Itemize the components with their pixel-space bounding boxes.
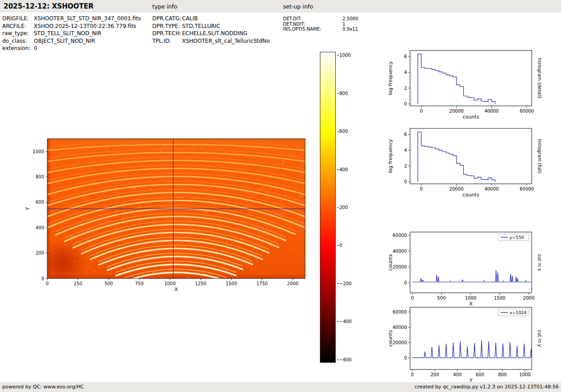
histogram-full-plot: 02000040000600000246countslog frequencyh… [388,125,544,204]
svg-text:histogram (detail): histogram (detail) [537,58,542,99]
meta-label: TPL.ID: [152,37,182,45]
svg-text:1000: 1000 [465,296,476,301]
page-title: 2025-12-12: XSHOOTER [4,2,94,10]
svg-text:2000: 2000 [523,296,534,301]
svg-text:counts: counts [463,192,479,198]
svg-text:60000: 60000 [392,310,407,315]
svg-text:0: 0 [420,109,423,114]
meta-label: raw_type: [2,30,34,37]
svg-text:1000: 1000 [164,281,176,286]
colorbar-tick-label: −200 [339,281,351,287]
svg-text:histogram (full): histogram (full) [537,139,542,173]
header-bar: 2025-12-12: XSHOOTER type info set-up in… [0,0,561,13]
svg-text:x=1024: x=1024 [510,310,527,315]
svg-text:Y: Y [25,207,31,210]
meta-label: extension: [2,45,34,52]
file-info-block: ORIGFILE:XSHOOTER_SLT_STD_NIR_347_0001.f… [2,15,141,52]
cut_x-svg: 05001000150020000200004000060000Xcountsc… [388,228,544,314]
svg-text:1750: 1750 [256,281,268,286]
colorbar-tick-label: 1000 [339,53,351,58]
colorbar-tick-label: 800 [339,91,348,96]
meta-value: STD_TELL_SLIT_NOD_NIR [34,30,101,36]
colorbar-tick-label: 0 [339,243,342,248]
svg-text:40000: 40000 [392,249,407,254]
svg-text:40000: 40000 [484,187,499,191]
histogram_detail-svg: 02000040000600000246countslog frequencyh… [388,47,544,126]
svg-text:y=550: y=550 [510,235,524,240]
svg-text:cut in x: cut in x [537,254,542,271]
legend: y=550 [498,234,529,241]
meta-value: STD,TELLURIC [182,23,220,29]
footer-bar: powered by QC: www.eso.org/HC created by… [0,382,561,392]
qc-report-page: 2025-12-12: XSHOOTER type info set-up in… [0,0,561,392]
colorbar-gradient [320,52,336,363]
svg-text:200: 200 [36,251,44,255]
svg-text:20000: 20000 [392,340,407,345]
meta-row-det-dit: DET.DIT:2.5000 [283,16,358,22]
svg-text:cut in y: cut in y [537,330,542,346]
svg-text:2000: 2000 [287,281,298,286]
svg-text:0: 0 [46,281,49,286]
meta-row-do-class: do_class:OBJECT_SLIT_NOD_NIR [2,37,141,45]
meta-label: ORIGFILE: [2,15,34,23]
meta-value: ECHELLE,SLIT,NODDING [182,30,247,36]
svg-text:4: 4 [404,148,407,153]
colorbar: 10008006004002000−200−400−600 [320,52,365,363]
colorbar-tick-label: −400 [339,319,351,324]
meta-value: XSHOOTER_SLT_STD_NIR_347_0001.fits [34,15,141,22]
meta-value: CALIB [182,15,198,22]
svg-text:counts: counts [388,330,393,346]
cut_y-svg: 020040060080010000200004000060000Ycounts… [388,304,544,389]
meta-value: XSHOOTER_slt_cal_TelluricStdNo [182,38,270,44]
svg-text:60000: 60000 [520,109,534,114]
meta-row-dpr-catg: DPR.CATG:CALIB [152,15,270,23]
meta-row-ins-opti5: INS.OPTI5.NAME:0.9x11 [283,27,358,32]
svg-text:600: 600 [36,200,44,205]
setup-info-block: DET.DIT:2.5000 DET.NDIT:1 INS.OPTI5.NAME… [283,16,358,32]
detector_image-svg: 0250500750100012501500175020000200400600… [23,135,313,297]
meta-label: DPR.TECH: [152,30,182,37]
meta-row-dpr-tech: DPR.TECH:ECHELLE,SLIT,NODDING [152,30,270,37]
meta-label: ARCFILE: [2,23,34,30]
meta-row-origfile: ORIGFILE:XSHOOTER_SLT_STD_NIR_347_0001.f… [2,15,141,23]
svg-text:counts: counts [463,114,479,120]
svg-text:0: 0 [411,372,414,377]
svg-text:800: 800 [36,174,44,179]
svg-text:500: 500 [105,281,113,286]
histogram-detail-plot: 02000040000600000246countslog frequencyh… [388,47,544,126]
footer-powered-by: powered by QC: www.eso.org/HC [2,382,84,392]
meta-label: DPR.CATG: [152,15,182,23]
svg-text:60000: 60000 [392,233,407,238]
meta-row-dpr-type: DPR.TYPE:STD,TELLURIC [152,23,270,30]
svg-text:0: 0 [404,179,407,184]
meta-row-raw-type: raw_type:STD_TELL_SLIT_NOD_NIR [2,30,141,37]
cut-in-y-plot: 020040060080010000200004000060000Ycounts… [388,304,544,389]
svg-text:1000: 1000 [33,149,44,154]
svg-text:20000: 20000 [449,109,464,114]
footer-created-by: created by qc_rawdisp.py v1.2.3 on 2025-… [415,382,559,392]
svg-text:2: 2 [404,164,407,169]
svg-text:X: X [174,287,178,292]
svg-text:0: 0 [420,187,423,191]
meta-label: INS.OPTI5.NAME: [283,27,342,32]
svg-text:500: 500 [437,296,446,301]
meta-value: 1 [342,22,345,27]
type-info-block: DPR.CATG:CALIB DPR.TYPE:STD,TELLURIC DPR… [152,15,270,45]
svg-text:20000: 20000 [392,264,407,269]
svg-text:250: 250 [74,281,82,286]
svg-text:0: 0 [404,280,407,285]
detector-image-plot: 0250500750100012501500175020000200400600… [23,135,313,297]
svg-text:20000: 20000 [449,187,464,191]
svg-text:6: 6 [404,132,407,137]
svg-text:0: 0 [41,276,44,281]
svg-text:2: 2 [404,86,407,91]
svg-text:800: 800 [498,372,506,377]
svg-text:400: 400 [453,372,461,377]
svg-text:60000: 60000 [520,187,534,191]
type-info-heading: type info [152,3,177,10]
svg-text:1500: 1500 [226,281,237,286]
meta-label: DET.NDIT: [283,22,342,27]
svg-text:log frequency: log frequency [388,139,393,173]
cut-in-x-plot: 05001000150020000200004000060000Xcountsc… [388,228,544,314]
meta-value: 0.9x11 [342,27,358,32]
